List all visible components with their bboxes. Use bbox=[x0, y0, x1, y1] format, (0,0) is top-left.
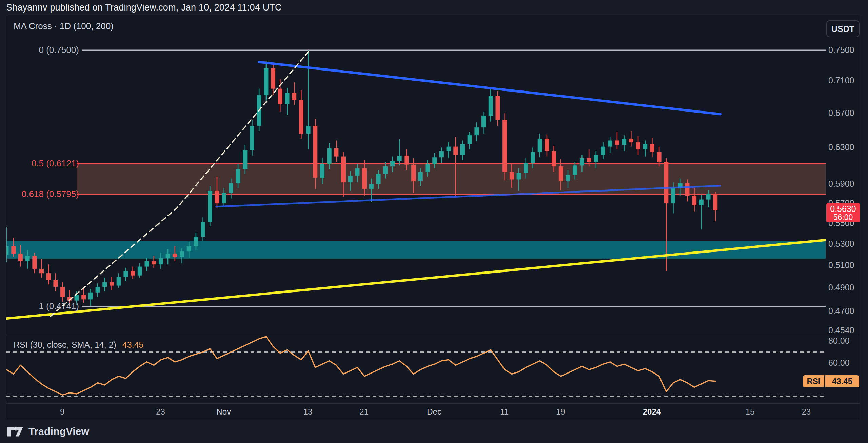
candle-body bbox=[6, 246, 9, 255]
candle-body bbox=[692, 196, 696, 205]
candle-body bbox=[208, 191, 212, 222]
candle-body bbox=[468, 135, 472, 144]
candle-body bbox=[615, 140, 619, 145]
candle-body bbox=[131, 271, 135, 276]
price-tick-0.5100: 0.5100 bbox=[828, 260, 854, 270]
candle-body bbox=[502, 120, 507, 172]
candle-body bbox=[313, 126, 317, 178]
candle-body bbox=[636, 142, 640, 149]
candle-body bbox=[685, 183, 689, 196]
candle-body bbox=[474, 127, 479, 135]
candle-body bbox=[250, 126, 254, 150]
candle-body bbox=[713, 194, 717, 210]
candle-body bbox=[320, 164, 324, 178]
last-price-badge: 0.5630 56:00 bbox=[826, 203, 860, 222]
candle-body bbox=[411, 165, 416, 181]
candle-body bbox=[123, 271, 128, 277]
candle-body bbox=[524, 163, 528, 173]
candle-body bbox=[510, 172, 514, 179]
candle-body bbox=[622, 139, 626, 145]
fib-label-1: 1 (0.4741) bbox=[39, 301, 79, 311]
time-tick-21: 21 bbox=[359, 407, 369, 417]
time-tick-19: 19 bbox=[556, 407, 565, 417]
candle-body bbox=[152, 261, 156, 265]
candle-body bbox=[201, 222, 205, 237]
price-tick-0.4540: 0.4540 bbox=[828, 325, 854, 335]
candle-body bbox=[327, 148, 332, 164]
candle-body bbox=[481, 116, 486, 127]
candle-body bbox=[629, 139, 633, 142]
candle-body bbox=[110, 282, 114, 286]
tradingview-wordmark[interactable]: TradingView bbox=[28, 426, 89, 437]
candle-body bbox=[173, 254, 177, 257]
indicator-title-ma-cross: MA Cross · 1D (100, 200) bbox=[14, 21, 114, 32]
candle-body bbox=[75, 295, 79, 301]
candle-body bbox=[229, 183, 233, 193]
time-tick-9: 9 bbox=[60, 407, 64, 417]
candle-body bbox=[60, 287, 65, 297]
candle-body bbox=[117, 277, 121, 286]
candle-body bbox=[369, 184, 374, 189]
fib-label-0.5: 0.5 (0.6121) bbox=[32, 158, 79, 168]
rsi-tick-60.00: 60.00 bbox=[828, 358, 850, 368]
tradingview-logo-icon[interactable] bbox=[6, 425, 24, 438]
fib-label-0.618: 0.618 (0.5795) bbox=[22, 188, 79, 199]
candle-body bbox=[496, 96, 500, 120]
candle-body bbox=[453, 147, 458, 155]
candle-body bbox=[552, 151, 556, 166]
footer: TradingView bbox=[0, 420, 868, 443]
candle-body bbox=[439, 151, 444, 158]
candle-body bbox=[285, 93, 290, 104]
candle-body bbox=[706, 194, 711, 199]
candle-body bbox=[383, 166, 388, 174]
candle-body bbox=[299, 100, 303, 134]
candle-body bbox=[243, 150, 247, 169]
candle-body bbox=[348, 176, 353, 182]
last-price-value: 0.5630 bbox=[826, 204, 860, 213]
candle-body bbox=[166, 254, 170, 258]
time-tick-Dec: Dec bbox=[427, 407, 441, 417]
candle-body bbox=[46, 273, 51, 280]
time-tick-13: 13 bbox=[303, 407, 313, 417]
candle-body bbox=[362, 168, 367, 189]
candle-body bbox=[566, 175, 570, 181]
candle-body bbox=[187, 246, 191, 251]
candle-body bbox=[460, 144, 465, 155]
candle-body bbox=[145, 261, 149, 267]
candle-body bbox=[306, 126, 311, 134]
time-tick-11: 11 bbox=[500, 407, 509, 417]
candle-body bbox=[531, 152, 535, 163]
candle-body bbox=[159, 258, 163, 264]
symbol-currency-badge[interactable]: USDT bbox=[826, 20, 860, 37]
candle-body bbox=[278, 89, 282, 104]
price-tick-0.6300: 0.6300 bbox=[828, 142, 854, 152]
candle-body bbox=[334, 148, 338, 157]
candle-body bbox=[376, 174, 381, 184]
price-tick-0.5900: 0.5900 bbox=[828, 179, 854, 189]
candle-body bbox=[355, 168, 360, 176]
candle-body bbox=[580, 158, 584, 165]
candle-body bbox=[545, 139, 549, 151]
bar-countdown: 56:00 bbox=[826, 213, 860, 221]
candle-body bbox=[102, 282, 107, 287]
candle-body bbox=[601, 147, 605, 155]
candle-body bbox=[96, 287, 100, 293]
rsi-tick-80.00: 80.00 bbox=[828, 336, 850, 346]
candle-body bbox=[664, 162, 668, 204]
candlestick-plot[interactable] bbox=[6, 15, 861, 420]
candle-body bbox=[25, 256, 30, 261]
candle-body bbox=[643, 144, 647, 149]
candle-body bbox=[573, 165, 577, 175]
price-tick-0.4900: 0.4900 bbox=[828, 283, 854, 293]
candle-body bbox=[53, 280, 58, 287]
rsi-axis-name-badge: RSI bbox=[803, 375, 824, 387]
candle-body bbox=[594, 155, 598, 162]
time-tick-2024: 2024 bbox=[643, 407, 661, 417]
chart-widget[interactable] bbox=[6, 15, 860, 420]
candle-body bbox=[432, 157, 437, 164]
rsi-indicator-row: RSI (30, close, SMA, 14, 2)43.45 bbox=[14, 340, 143, 350]
rsi-indicator-label: RSI (30, close, SMA, 14, 2) bbox=[14, 340, 116, 349]
price-tick-0.4700: 0.4700 bbox=[828, 306, 854, 316]
rsi-indicator-value: 43.45 bbox=[122, 340, 144, 349]
demand-zone bbox=[6, 241, 826, 259]
